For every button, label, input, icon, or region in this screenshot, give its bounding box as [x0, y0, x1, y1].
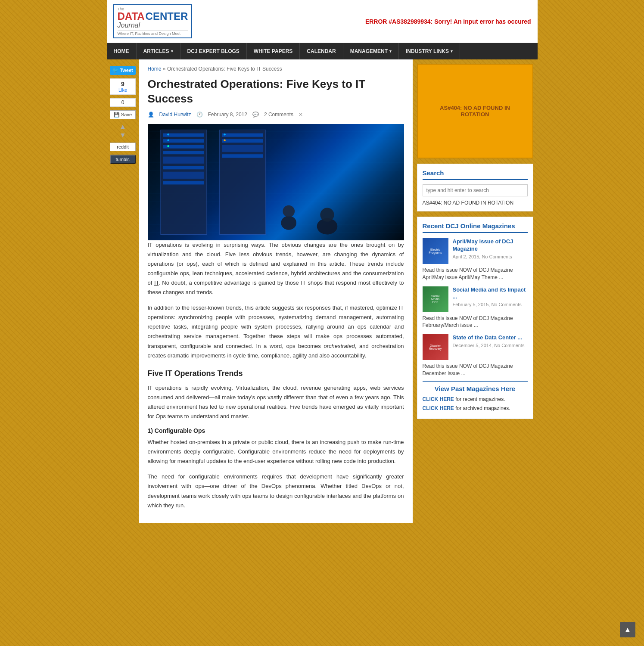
nav-home[interactable]: HOME — [107, 43, 137, 59]
magazine-info-1: April/May issue of DCJ Magazine April 2,… — [453, 238, 528, 264]
down-arrow-icon[interactable]: ▼ — [119, 131, 126, 139]
logo-data: DATA — [118, 11, 145, 22]
like-count: 9 — [112, 81, 134, 87]
magazine-title-1[interactable]: April/May issue of DCJ Magazine — [453, 238, 528, 253]
recent-magazines-title: Recent DCJ Online Magazines — [423, 222, 528, 233]
svg-point-22 — [224, 139, 226, 141]
svg-point-19 — [167, 139, 169, 141]
nav-calendar[interactable]: CALENDAR — [300, 43, 343, 59]
body-paragraph-1: IT operations is evolving in surprising … — [148, 240, 404, 298]
svg-rect-10 — [222, 133, 263, 137]
article-body: IT operations is evolving in surprising … — [148, 240, 404, 510]
click-archived-link[interactable]: CLICK HERE for archived magazines. — [423, 404, 528, 413]
site-logo[interactable]: The DATA CENTER Journal Where IT, Facili… — [113, 4, 193, 38]
click-recent-link[interactable]: CLICK HERE for recent magazines. — [423, 395, 528, 404]
nav-industry-links[interactable]: INDUSTRY LINKS ▾ — [399, 43, 460, 59]
nav-white-papers[interactable]: WHITE PAPERS — [247, 43, 300, 59]
like-label: Like — [112, 87, 134, 93]
svg-rect-12 — [222, 145, 263, 152]
magazine-thumbnail-3[interactable]: DisasterRecovery — [423, 334, 448, 360]
search-title: Search — [423, 169, 528, 180]
svg-rect-6 — [163, 166, 204, 169]
logo-tagline: Where IT, Facilities and Design Meet — [118, 30, 188, 36]
tumblr-button[interactable]: tumblr. — [110, 155, 136, 164]
server-rack-svg — [148, 124, 404, 240]
svg-point-21 — [224, 134, 226, 136]
magazine-date-2: February 5, 2015, No Comments — [453, 302, 528, 307]
svg-rect-13 — [222, 154, 263, 158]
view-past-magazines[interactable]: View Past Magazines Here — [423, 381, 528, 392]
svg-point-18 — [167, 134, 169, 136]
search-widget: Search AS#404: NO AD FOUND IN ROTATION — [417, 164, 533, 211]
breadcrumb-current: Orchestrated Operations: Five Keys to IT… — [167, 66, 282, 72]
subsection-heading-1: 1) Configurable Ops — [148, 427, 404, 434]
nav-dcj-expert-blogs[interactable]: DCJ EXPERT BLOGS — [180, 43, 247, 59]
svg-point-17 — [320, 208, 334, 221]
reddit-button[interactable]: reddit — [110, 143, 136, 151]
share-count: 0 — [110, 98, 136, 107]
industry-links-arrow-icon: ▾ — [451, 49, 453, 53]
magazine-item: DisasterRecovery State of the Data Cente… — [423, 334, 528, 360]
section-paragraph-1: IT operations is rapidly evolving. Virtu… — [148, 383, 404, 421]
magazine-desc-2: Read this issue NOW of DCJ Magazine Febr… — [423, 315, 528, 329]
comment-icon: 💬 — [252, 112, 259, 118]
search-error: AS#404: NO AD FOUND IN ROTATION — [423, 200, 528, 206]
svg-rect-7 — [163, 171, 204, 178]
svg-rect-11 — [222, 139, 263, 143]
magazine-info-3: State of the Data Center ... December 5,… — [453, 334, 528, 360]
recent-magazines-widget: Recent DCJ Online Magazines ElectricProg… — [417, 217, 533, 419]
svg-rect-8 — [163, 181, 204, 184]
search-input[interactable] — [423, 184, 528, 196]
logo-center: CENTER — [146, 11, 188, 22]
section-heading: Five IT Operations Trends — [148, 369, 404, 378]
svg-rect-2 — [163, 139, 204, 143]
article-date: February 8, 2012 — [208, 112, 247, 118]
close-icon: ✕ — [299, 112, 303, 118]
up-arrow-icon[interactable]: ▲ — [119, 123, 126, 130]
logo-journal: Journal — [118, 22, 188, 29]
magazine-info-2: Social Media and its Impact ... February… — [453, 286, 528, 312]
article-meta: 👤 David Hurwitz 🕐 February 8, 2012 💬 2 C… — [148, 112, 404, 118]
section-paragraph-2: Whether hosted on-premises in a private … — [148, 438, 404, 466]
main-layout: 🐦 Tweet 9 Like 0 💾 Save ▲ ▼ reddit tumbl… — [107, 59, 538, 523]
magazine-desc-3: Read this issue NOW of DCJ Magazine Dece… — [423, 363, 528, 377]
nav-management[interactable]: MANAGEMENT ▾ — [343, 43, 399, 59]
magazine-date-3: December 5, 2014, No Comments — [453, 343, 528, 348]
save-button[interactable]: 💾 Save — [110, 110, 136, 119]
breadcrumb-home-link[interactable]: Home — [148, 66, 162, 72]
magazine-thumbnail-1[interactable]: ElectricPrograms — [423, 238, 448, 264]
magazine-title-2[interactable]: Social Media and its Impact ... — [453, 286, 528, 301]
body-paragraph-2: In addition to the lesser-known trends, … — [148, 303, 404, 360]
articles-arrow-icon: ▾ — [171, 49, 173, 53]
magazine-item: ElectricPrograms April/May issue of DCJ … — [423, 238, 528, 264]
svg-point-14 — [281, 216, 296, 230]
management-arrow-icon: ▾ — [389, 49, 392, 53]
breadcrumb: Home » Orchestrated Operations: Five Key… — [148, 66, 404, 72]
nav-articles[interactable]: ARTICLES ▾ — [137, 43, 180, 59]
date-icon: 🕐 — [196, 112, 203, 118]
article-area: Home » Orchestrated Operations: Five Key… — [139, 59, 413, 523]
ad-banner: AS#404: NO AD FOUND IN ROTATION — [417, 64, 533, 158]
svg-rect-5 — [163, 156, 204, 163]
orchestrated-text: orchestrated — [324, 343, 355, 349]
article-title: Orchestrated Operations: Five Keys to IT… — [148, 77, 404, 106]
updown-icons: ▲ ▼ — [110, 123, 136, 139]
svg-point-15 — [283, 205, 295, 217]
svg-rect-4 — [163, 151, 204, 154]
article-author[interactable]: David Hurwitz — [159, 112, 191, 118]
tweet-button[interactable]: 🐦 Tweet — [110, 66, 136, 75]
error-message: ERROR #AS382989934: Sorry! An input erro… — [365, 18, 531, 25]
article-image — [148, 124, 404, 240]
svg-rect-1 — [163, 133, 204, 137]
click-links: CLICK HERE for recent magazines. CLICK H… — [423, 395, 528, 413]
magazine-thumbnail-2[interactable]: SocialMediaDCJ — [423, 286, 448, 312]
article-comments[interactable]: 2 Comments — [264, 112, 293, 118]
right-sidebar: AS#404: NO AD FOUND IN ROTATION Search A… — [413, 59, 538, 523]
breadcrumb-separator: » — [163, 66, 166, 72]
magazine-date-1: April 2, 2015, No Comments — [453, 254, 528, 259]
facebook-like-box[interactable]: 9 Like — [110, 78, 136, 95]
magazine-title-3[interactable]: State of the Data Center ... — [453, 334, 528, 342]
social-sidebar: 🐦 Tweet 9 Like 0 💾 Save ▲ ▼ reddit tumbl… — [107, 59, 139, 523]
magazine-desc-1: Read this issue NOW of DCJ Magazine Apri… — [423, 267, 528, 281]
it-link[interactable]: IT — [154, 280, 159, 286]
